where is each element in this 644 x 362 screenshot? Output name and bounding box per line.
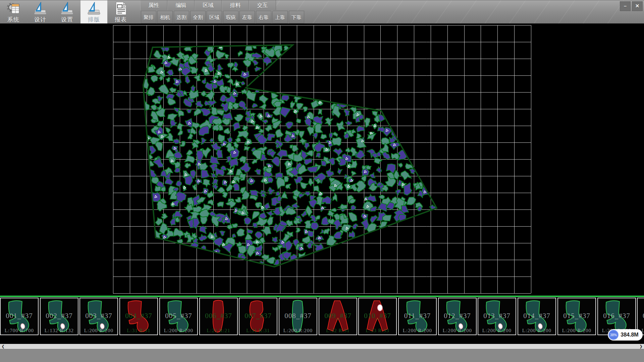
piece-lr-count: L:200 R:200 — [439, 328, 476, 334]
piece-id: 009_#37 — [319, 312, 357, 320]
main-button-report[interactable]: 报表 — [107, 0, 134, 24]
toolbar: 系统 设计 设置 排版 报表 属性编辑区域排料交互 聚排相机选割全割区域瑕疵左靠… — [0, 0, 644, 23]
piece-lr-count: L:200 R:200 — [518, 328, 555, 334]
setsquare-icon — [33, 1, 48, 15]
piece-id: 013_#37 — [478, 312, 516, 320]
action-select-cut[interactable]: 选割 — [174, 11, 189, 23]
piece-lr-count: L:200 R:200 — [399, 328, 436, 334]
piece-lr-count: L:33 R:33 — [359, 328, 396, 334]
piece-lr-count: L:200 R:200 — [80, 328, 117, 334]
main-button-label: 设置 — [54, 16, 80, 23]
piece-id: 006_#37 — [200, 312, 237, 320]
thumbnail-008_#37[interactable]: 008_#37 L:200 R:200 — [279, 298, 317, 335]
memory-usage-badge[interactable]: 38% 384.8M — [608, 329, 643, 341]
strip-highlight-line — [0, 296, 644, 297]
piece-id: 010_#37 — [359, 312, 396, 320]
window-controls: – ✕ — [620, 1, 643, 11]
memory-percent-circle: 38% — [608, 330, 619, 340]
horizontal-scrollbar[interactable]: ❮ ❯ — [0, 344, 644, 349]
thumbnail-005_#37[interactable]: 005_#37 L:200 R:200 — [159, 298, 198, 335]
piece-id: 003_#37 — [80, 312, 117, 320]
piece-id: 015_#37 — [558, 312, 595, 320]
gear-icon — [6, 1, 21, 15]
thumbnail-014_#37[interactable]: 014_#37 L:200 R:200 — [518, 298, 556, 335]
scroll-right-icon[interactable]: ❯ — [638, 344, 644, 349]
memory-value: 384.8M — [619, 332, 643, 338]
piece-id: 007_#37 — [239, 312, 277, 320]
action-snap-top[interactable]: 上靠 — [272, 11, 288, 23]
piece-lr-count: L:700 R:700 — [1, 328, 38, 334]
menu-interact[interactable]: 交互 — [249, 0, 276, 10]
thumbnail-011_#37[interactable]: 011_#37 L:200 R:200 — [398, 298, 437, 335]
thumbnail-007_#37[interactable]: 007_#37 L:31 R:31 — [239, 298, 277, 335]
thumbnail-010_#37[interactable]: 010_#37 L:33 R:33 — [358, 298, 397, 335]
piece-lr-count: L:200 R:200 — [279, 328, 317, 334]
piece-lr-count: L:31 R:31 — [239, 328, 277, 334]
piece-id: 012_#37 — [439, 312, 476, 320]
piece-id: 004_#37 — [120, 312, 157, 320]
action-camera[interactable]: 相机 — [157, 11, 173, 23]
menu-edit[interactable]: 编辑 — [167, 0, 195, 10]
piece-id: 017_#37 — [638, 312, 644, 320]
piece-lr-count: L:132 R:132 — [41, 328, 78, 334]
piece-lr-count: L:200 R:200 — [478, 328, 516, 334]
piece-lr-count: L:31 R:31 — [120, 328, 157, 334]
thumbnail-015_#37[interactable]: 015_#37 L:200 R:200 — [557, 298, 596, 335]
report-icon — [113, 1, 128, 15]
action-snap-left[interactable]: 左靠 — [239, 11, 255, 23]
thumbnail-013_#37[interactable]: 013_#37 L:200 R:200 — [478, 298, 516, 335]
main-button-setup[interactable]: 设置 — [54, 0, 80, 24]
thumbnail-001_#37[interactable]: 001_#37 L:700 R:700 — [0, 298, 39, 335]
close-button[interactable]: ✕ — [632, 1, 643, 11]
piece-id: 005_#37 — [160, 312, 197, 320]
action-zone[interactable]: 区域 — [207, 11, 222, 23]
setsquare-icon — [60, 1, 74, 15]
thumbnail-012_#37[interactable]: 012_#37 L:200 R:200 — [438, 298, 477, 335]
toolbar-hatch-texture — [255, 0, 624, 24]
piece-id: 016_#37 — [598, 312, 635, 320]
main-button-design[interactable]: 设计 — [27, 0, 54, 24]
thumbnail-002_#37[interactable]: 002_#37 L:132 R:132 — [40, 298, 78, 335]
action-defect[interactable]: 瑕疵 — [223, 11, 238, 23]
memory-percent: 38% — [610, 333, 617, 337]
piece-id: 011_#37 — [399, 312, 436, 320]
piece-id: 014_#37 — [518, 312, 555, 320]
main-button-label: 设计 — [27, 16, 54, 23]
action-snap-right[interactable]: 右靠 — [256, 11, 271, 23]
nesting-canvas[interactable] — [0, 23, 644, 296]
minimize-button[interactable]: – — [620, 1, 631, 11]
thumbnail-009_#37[interactable]: 009_#37 L:32 R:31 — [319, 298, 357, 335]
main-button-label: 报表 — [107, 16, 134, 23]
thumbnail-004_#37[interactable]: 004_#37 L:31 R:31 — [119, 298, 158, 335]
piece-lr-count: L:200 R:200 — [160, 328, 197, 334]
piece-thumbnail-strip: 001_#37 L:700 R:700 002_#37 L:132 R:132 … — [0, 296, 644, 344]
status-footer — [0, 349, 644, 362]
piece-id: 002_#37 — [41, 312, 78, 320]
action-cluster-nest[interactable]: 聚排 — [141, 11, 156, 23]
piece-lr-count: L:21 R:21 — [200, 328, 237, 334]
thumbnail-003_#37[interactable]: 003_#37 L:200 R:200 — [79, 298, 118, 335]
menu-properties[interactable]: 属性 — [140, 0, 167, 10]
scroll-left-icon[interactable]: ❮ — [0, 344, 6, 349]
menu-bar: 属性编辑区域排料交互 — [140, 0, 276, 10]
piece-id: 008_#37 — [279, 312, 317, 320]
thumbnail-006_#37[interactable]: 006_#37 L:21 R:21 — [199, 298, 238, 335]
nesting-canvas-area[interactable] — [0, 23, 644, 296]
piece-lr-count: L:200 R:200 — [558, 328, 595, 334]
application-window: 系统 设计 设置 排版 报表 属性编辑区域排料交互 聚排相机选割全割区域瑕疵左靠… — [0, 0, 644, 362]
action-snap-bottom[interactable]: 下靠 — [289, 11, 304, 23]
main-button-label: 系统 — [0, 16, 27, 23]
piece-id: 001_#37 — [1, 312, 38, 320]
setsquare-icon — [87, 1, 101, 15]
piece-lr-count: L:32 R:31 — [319, 328, 357, 334]
action-cut-all[interactable]: 全割 — [190, 11, 206, 23]
main-button-system[interactable]: 系统 — [0, 0, 27, 24]
main-button-label: 排版 — [80, 16, 107, 23]
menu-nest[interactable]: 排料 — [222, 0, 249, 10]
action-bar: 聚排相机选割全割区域瑕疵左靠右靠上靠下靠 — [141, 11, 304, 23]
main-button-nesting[interactable]: 排版 — [80, 0, 107, 24]
menu-region[interactable]: 区域 — [195, 0, 222, 10]
